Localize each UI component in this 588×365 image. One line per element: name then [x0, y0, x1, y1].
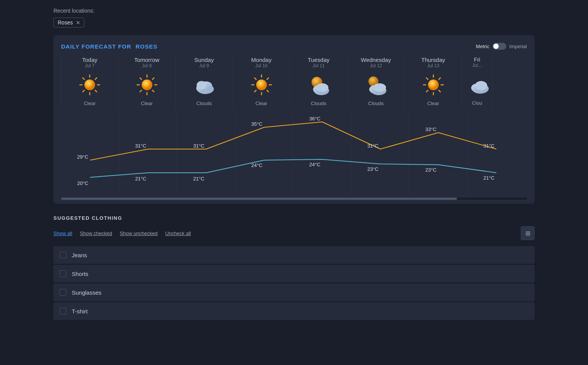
- weather-icon-thursday: [420, 71, 447, 98]
- svg-text:33°C: 33°C: [425, 127, 436, 132]
- days-row: Today Jul 7: [61, 57, 527, 109]
- condition-tuesday: Clouds: [294, 101, 343, 106]
- weather-icon-sunday: [191, 71, 218, 98]
- svg-line-3: [95, 90, 97, 92]
- svg-text:23°C: 23°C: [425, 167, 436, 173]
- weather-icon-wednesday: [363, 71, 389, 98]
- day-name-tuesday: Tuesday: [294, 57, 343, 63]
- day-date-tomorrow: Jul 8: [122, 63, 171, 68]
- day-col-wednesday[interactable]: Wednesday Jul 12: [347, 57, 405, 109]
- day-col-sunday[interactable]: Sunday Jul 9: [176, 57, 233, 109]
- recent-locations-section: Recent locations: Roses ✕: [53, 8, 535, 35]
- svg-point-21: [197, 81, 207, 89]
- svg-text:36°C: 36°C: [309, 116, 320, 122]
- condition-sunday: Clouds: [179, 101, 229, 106]
- checkbox-shorts[interactable]: [60, 270, 66, 277]
- clothing-label-tshirt: T-shirt: [72, 308, 88, 315]
- day-col-tuesday[interactable]: Tuesday Jul 11: [290, 57, 347, 109]
- day-name-today: Today: [65, 57, 114, 63]
- svg-line-29: [254, 78, 256, 79]
- forecast-location-name: ROSES: [136, 43, 158, 50]
- svg-text:29°C: 29°C: [77, 154, 88, 160]
- day-col-tomorrow[interactable]: Tomorrow Jul 8: [118, 57, 176, 109]
- checkbox-tshirt[interactable]: [60, 308, 66, 315]
- clothing-section-title: SUGGESTED CLOTHING: [53, 215, 535, 221]
- svg-text:31°C: 31°C: [483, 143, 494, 149]
- toggle-knob: [493, 44, 499, 49]
- clothing-filter-row: Show all Show checked Show unchecked Unc…: [53, 226, 535, 240]
- clothing-label-shorts: Shorts: [72, 271, 88, 277]
- svg-text:31°C: 31°C: [193, 143, 204, 149]
- forecast-card: DAILY FORECAST FOR ROSES Metric Imperial…: [53, 35, 535, 204]
- toggle-switch[interactable]: [493, 43, 506, 50]
- weather-icon-today: [76, 71, 103, 98]
- svg-line-42: [439, 90, 440, 92]
- clothing-label-jeans: Jeans: [72, 252, 87, 258]
- svg-text:21°C: 21°C: [135, 176, 146, 182]
- scroll-track[interactable]: [61, 198, 527, 200]
- checkbox-jeans[interactable]: [60, 251, 66, 258]
- day-col-today[interactable]: Today Jul 7: [61, 57, 118, 109]
- clothing-item-tshirt: T-shirt: [53, 302, 535, 320]
- day-date-thursday: Jul 13: [409, 63, 458, 68]
- clothing-item-shorts: Shorts: [53, 265, 535, 282]
- svg-text:24°C: 24°C: [251, 162, 262, 168]
- day-name-tomorrow: Tomorrow: [122, 57, 171, 63]
- day-date-monday: Jul 10: [237, 63, 286, 68]
- imperial-label: Imperial: [509, 44, 527, 49]
- svg-text:31°C: 31°C: [135, 143, 146, 149]
- condition-monday: Clear: [237, 101, 286, 106]
- clothing-item-sunglasses: Sunglasses: [53, 284, 535, 301]
- svg-point-30: [256, 79, 267, 90]
- temperature-chart: 29°C 31°C 31°C 35°C 36°C 31°C 33°C 31°C …: [61, 110, 527, 195]
- location-tag-name: Roses: [58, 19, 73, 26]
- svg-line-46: [426, 78, 428, 79]
- day-date-wednesday: Jul 12: [351, 63, 401, 68]
- svg-point-17: [142, 79, 152, 90]
- grid-icon: ⊞: [525, 230, 530, 237]
- svg-line-40: [439, 78, 440, 79]
- grid-view-toggle-button[interactable]: ⊞: [521, 226, 535, 240]
- unit-toggle[interactable]: Metric Imperial: [476, 43, 527, 50]
- day-date-today: Jul 7: [65, 63, 114, 68]
- day-col-monday[interactable]: Monday Jul 10: [233, 57, 290, 109]
- svg-line-23: [267, 78, 268, 79]
- filter-show-checked[interactable]: Show checked: [80, 230, 112, 236]
- svg-line-7: [83, 78, 84, 79]
- filter-show-all[interactable]: Show all: [53, 230, 72, 236]
- forecast-header: DAILY FORECAST FOR ROSES Metric Imperial: [61, 43, 527, 50]
- weather-icon-friday: [466, 71, 493, 98]
- svg-line-12: [152, 90, 154, 92]
- condition-today: Clear: [65, 101, 114, 106]
- condition-wednesday: Clouds: [351, 101, 401, 106]
- svg-point-8: [84, 79, 95, 90]
- svg-line-14: [140, 90, 141, 92]
- svg-text:21°C: 21°C: [193, 176, 204, 182]
- day-date-tuesday: Jul 11: [294, 63, 343, 68]
- svg-text:24°C: 24°C: [309, 162, 320, 167]
- svg-point-47: [428, 79, 439, 90]
- location-tag-roses[interactable]: Roses ✕: [53, 18, 84, 28]
- svg-line-16: [140, 78, 141, 79]
- checkbox-sunglasses[interactable]: [60, 289, 66, 296]
- svg-line-1: [95, 78, 97, 79]
- filter-uncheck-all[interactable]: Uncheck all: [165, 230, 191, 236]
- scroll-thumb[interactable]: [61, 198, 457, 200]
- condition-tomorrow: Clear: [122, 101, 171, 106]
- forecast-title-prefix: DAILY FORECAST FOR: [61, 43, 131, 50]
- condition-friday: Clou: [466, 100, 488, 106]
- day-date-friday: Jul...: [466, 63, 488, 68]
- day-col-friday[interactable]: Fri Jul... Clou: [462, 57, 493, 109]
- svg-point-34: [316, 83, 328, 92]
- svg-line-27: [254, 90, 256, 92]
- location-tag-close-icon[interactable]: ✕: [76, 20, 80, 26]
- svg-text:31°C: 31°C: [367, 143, 378, 149]
- svg-point-38: [373, 83, 386, 92]
- day-name-thursday: Thursday: [409, 57, 458, 63]
- clothing-item-jeans: Jeans: [53, 246, 535, 264]
- filter-show-unchecked[interactable]: Show unchecked: [120, 230, 158, 236]
- svg-line-25: [267, 90, 268, 92]
- day-col-thursday[interactable]: Thursday Jul 13: [405, 57, 462, 109]
- day-name-friday: Fri: [466, 57, 488, 63]
- weather-icon-tuesday: [305, 71, 332, 98]
